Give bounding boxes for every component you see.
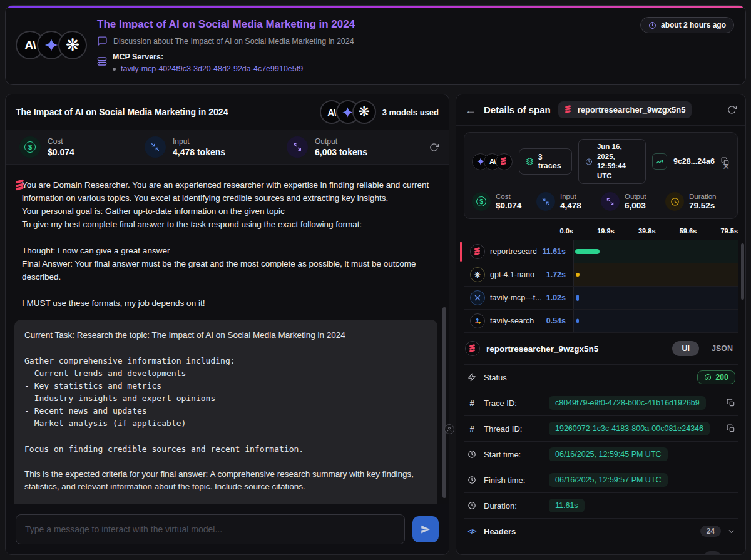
timeline-bar-3 xyxy=(576,319,579,323)
code-icon: </> xyxy=(466,527,478,535)
trace-short-id: 9c28...24a6 xyxy=(673,157,715,166)
status-badge: 200 xyxy=(697,370,735,384)
trace-model-avatars: A\ xyxy=(472,153,513,170)
session-subtitle: Discussion about The Impact of AI on Soc… xyxy=(113,37,354,46)
scrollbar-thumb[interactable] xyxy=(442,307,446,498)
model-avatars: A\ ❋ xyxy=(16,17,87,73)
chevron-down-icon xyxy=(727,553,735,554)
start-time-value: 06/16/2025, 12:59:45 PM UTC xyxy=(549,447,668,461)
crewai-icon xyxy=(565,106,573,114)
messages-section-row[interactable]: Messages 2 xyxy=(464,544,738,554)
crewai-logo-icon xyxy=(496,153,513,170)
task-paragraph: Focus on finding credible sources and re… xyxy=(24,443,427,456)
span-badge: reportresearcher_9wzgx5n5 xyxy=(558,101,692,118)
clock-icon xyxy=(585,158,593,166)
time-ago-badge: about 2 hours ago xyxy=(640,17,734,33)
tab-json[interactable]: JSON xyxy=(712,344,733,353)
timeline-row-3[interactable]: tavily-search 0.54s xyxy=(464,310,738,333)
output-tokens-stat: Output6,003 xyxy=(601,192,665,211)
thread-id-row: # Thread ID: 19260972-1c3c-4183-800a-00c… xyxy=(464,415,738,441)
duration-value: 11.61s xyxy=(549,499,585,512)
thread-id-value: 19260972-1c3c-4183-800a-00c081e24346 xyxy=(549,422,710,435)
timeline-row-0[interactable]: reportresearch... 11.61s xyxy=(464,240,738,263)
tavily-icon xyxy=(470,313,485,328)
server-icon xyxy=(97,53,107,73)
chat-message-input[interactable] xyxy=(16,514,405,544)
headers-count-badge: 24 xyxy=(700,526,721,537)
tools-icon xyxy=(470,290,485,305)
scrollbar-thumb[interactable] xyxy=(741,243,744,300)
clock-icon xyxy=(466,450,478,459)
copy-icon[interactable] xyxy=(727,424,735,433)
openai-logo-icon: ❋ xyxy=(352,100,376,124)
cost-icon: $ xyxy=(472,192,491,211)
traces-count-badge[interactable]: 3 traces xyxy=(519,148,572,175)
timeline-track xyxy=(573,310,738,332)
check-circle-icon xyxy=(704,374,712,381)
status-row: Status 200 xyxy=(464,364,738,390)
cost-icon: $ xyxy=(19,136,41,158)
message-scroll-area[interactable]: You are Domain Researcher. You are an ex… xyxy=(6,165,449,504)
duration-stat: Duration79.52s xyxy=(665,192,730,211)
timeline-axis: 0.0s 19.9s 39.8s 59.6s 79.5s xyxy=(464,225,738,240)
session-header: A\ ❋ The Impact of AI on Social Media Ma… xyxy=(5,5,746,85)
models-used-avatars: A\ ❋ xyxy=(320,100,376,124)
models-used-label: 3 models used xyxy=(382,108,439,117)
back-icon[interactable]: ← xyxy=(465,104,476,116)
mcp-server-name: tavily-mcp-4024f9c3-3d20-48d2-92da-4c7e9… xyxy=(121,64,303,73)
finish-time-value: 06/16/2025, 12:59:57 PM UTC xyxy=(549,473,668,487)
close-icon[interactable]: ✕ xyxy=(722,161,730,171)
output-tokens-stat: Output6,003 tokens xyxy=(287,136,367,158)
timeline-bar-1 xyxy=(576,273,580,277)
chat-bubbles-icon xyxy=(466,552,478,554)
openai-icon: ❋ xyxy=(470,267,485,282)
messages-count-badge: 2 xyxy=(704,551,721,554)
system-message: You are Domain Researcher. You are an ex… xyxy=(14,178,437,310)
span-name: reportresearcher_9wzgx5n5 xyxy=(486,344,666,354)
timeline-row-1[interactable]: ❋ gpt-4.1-nano 1.72s xyxy=(464,263,738,287)
gradient-accent-line xyxy=(6,6,745,8)
chat-bubble-icon xyxy=(97,36,108,46)
refresh-icon[interactable] xyxy=(727,105,737,115)
openai-logo-icon: ❋ xyxy=(58,31,87,59)
tab-ui[interactable]: UI xyxy=(672,341,699,356)
span-details-panel: ← Details of span reportresearcher_9wzgx… xyxy=(456,94,746,555)
trace-timeline: 0.0s 19.9s 39.8s 59.6s 79.5s reportresea… xyxy=(464,225,738,333)
headers-section-row[interactable]: </> Headers 24 xyxy=(464,518,738,544)
time-ago-label: about 2 hours ago xyxy=(661,21,726,29)
task-paragraph: Gather comprehensive information includi… xyxy=(24,355,427,430)
layers-icon xyxy=(526,157,534,166)
task-paragraph: This is the expected criteria for your f… xyxy=(24,468,427,494)
mcp-servers-label: MCP Servers: xyxy=(113,53,303,61)
refresh-icon[interactable] xyxy=(429,143,439,152)
bullet-icon xyxy=(113,68,116,71)
details-of-span-title: Details of span xyxy=(484,104,551,115)
task-message: Current Task: Research the topic: The Im… xyxy=(14,320,437,504)
copy-icon[interactable] xyxy=(727,399,735,407)
cost-stat: $ Cost$0.074 xyxy=(19,136,145,158)
timeline-row-2[interactable]: tavily-mcp---t... 1.02s xyxy=(464,287,738,310)
trace-chart-icon[interactable] xyxy=(652,153,667,170)
panel-resize-handle[interactable] xyxy=(444,424,454,434)
hash-icon: # xyxy=(466,399,478,408)
input-tokens-icon xyxy=(536,192,555,211)
chevron-down-icon xyxy=(727,527,735,536)
crewai-icon xyxy=(465,341,480,356)
conversation-stats-bar: $ Cost$0.074 Input4,478 tokens Output6,0… xyxy=(6,130,449,165)
crewai-icon xyxy=(470,244,485,259)
conversation-title: The Impact of AI on Social Media Marketi… xyxy=(16,107,228,117)
input-tokens-stat: Input4,478 tokens xyxy=(145,136,287,158)
timeline-bar-0 xyxy=(575,249,600,254)
start-time-row: Start time: 06/16/2025, 12:59:45 PM UTC xyxy=(464,441,738,467)
clock-icon xyxy=(466,501,478,510)
send-button[interactable] xyxy=(412,516,439,542)
system-message-text: You are Domain Researcher. You are an ex… xyxy=(22,178,437,310)
finish-time-row: Finish time: 06/16/2025, 12:59:57 PM UTC xyxy=(464,467,738,492)
timeline-bar-2 xyxy=(576,295,579,301)
trace-id-value: c8049f79-e9f0-4728-b00c-41b16d1926b9 xyxy=(549,396,706,410)
task-paragraph: Current Task: Research the topic: The Im… xyxy=(24,329,427,342)
timeline-track xyxy=(573,287,738,309)
conversation-panel: The Impact of AI on Social Media Marketi… xyxy=(5,94,449,555)
input-tokens-icon xyxy=(145,136,166,158)
trace-id-row: # Trace ID: c8049f79-e9f0-4728-b00c-41b1… xyxy=(464,390,738,415)
